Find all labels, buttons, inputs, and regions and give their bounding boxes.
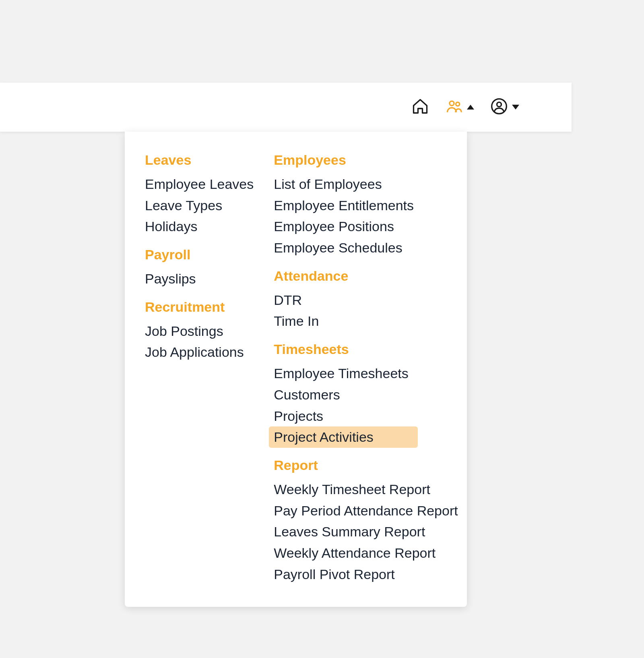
- menu-item-leaves-summary-report[interactable]: Leaves Summary Report: [274, 521, 458, 542]
- svg-point-1: [456, 102, 460, 106]
- menu-item-leave-types[interactable]: Leave Types: [145, 195, 254, 216]
- menu-item-employee-positions[interactable]: Employee Positions: [274, 216, 458, 237]
- section-heading-attendance: Attendance: [274, 266, 458, 286]
- menu-item-weekly-timesheet-report[interactable]: Weekly Timesheet Report: [274, 479, 458, 500]
- chevron-down-icon: [512, 105, 519, 110]
- top-navigation-bar: [0, 83, 572, 132]
- people-nav-item[interactable]: [445, 97, 474, 117]
- menu-item-dtr[interactable]: DTR: [274, 290, 458, 311]
- menu-item-weekly-attendance-report[interactable]: Weekly Attendance Report: [274, 542, 458, 564]
- user-icon: [490, 97, 508, 117]
- section-heading-timesheets: Timesheets: [274, 339, 458, 360]
- menu-item-job-applications[interactable]: Job Applications: [145, 341, 254, 363]
- menu-item-payslips[interactable]: Payslips: [145, 268, 254, 290]
- people-icon: [445, 97, 463, 117]
- menu-item-holidays[interactable]: Holidays: [145, 216, 254, 237]
- home-icon: [411, 97, 429, 117]
- section-heading-payroll: Payroll: [145, 244, 254, 265]
- menu-item-employee-leaves[interactable]: Employee Leaves: [145, 174, 254, 195]
- menu-column-left: Leaves Employee Leaves Leave Types Holid…: [145, 150, 254, 585]
- mega-menu-dropdown: Leaves Employee Leaves Leave Types Holid…: [125, 132, 467, 607]
- section-heading-leaves: Leaves: [145, 150, 254, 170]
- home-nav-item[interactable]: [411, 97, 429, 117]
- section-heading-report: Report: [274, 455, 458, 476]
- menu-item-job-postings[interactable]: Job Postings: [145, 321, 254, 342]
- menu-item-list-of-employees[interactable]: List of Employees: [274, 174, 458, 195]
- menu-column-right: Employees List of Employees Employee Ent…: [274, 150, 458, 585]
- menu-item-projects[interactable]: Projects: [274, 406, 458, 427]
- chevron-up-icon: [467, 105, 474, 110]
- menu-item-employee-timesheets[interactable]: Employee Timesheets: [274, 363, 458, 384]
- menu-item-employee-entitlements[interactable]: Employee Entitlements: [274, 195, 458, 216]
- menu-item-employee-schedules[interactable]: Employee Schedules: [274, 237, 458, 259]
- menu-item-customers[interactable]: Customers: [274, 384, 458, 406]
- section-heading-employees: Employees: [274, 150, 458, 170]
- svg-point-0: [450, 101, 454, 106]
- user-nav-item[interactable]: [490, 97, 519, 117]
- section-heading-recruitment: Recruitment: [145, 297, 254, 317]
- menu-item-project-activities[interactable]: Project Activities: [269, 426, 418, 448]
- svg-point-3: [497, 102, 502, 107]
- menu-item-pay-period-attendance-report[interactable]: Pay Period Attendance Report: [274, 500, 458, 521]
- menu-item-payroll-pivot-report[interactable]: Payroll Pivot Report: [274, 564, 458, 585]
- menu-item-time-in[interactable]: Time In: [274, 310, 458, 332]
